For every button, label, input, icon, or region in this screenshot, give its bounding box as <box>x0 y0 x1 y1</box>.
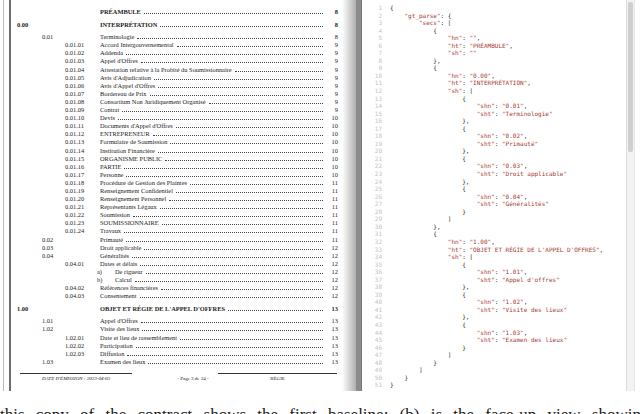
toc-dotted-leader <box>190 184 323 185</box>
line-number: 38 <box>368 283 390 291</box>
toc-row-title: Dates et délais <box>100 260 137 268</box>
toc-row-number: 1.03 <box>42 358 53 366</box>
code-content: "shn": "0.03", <box>390 162 527 170</box>
toc-row: 0.01.03Appel d'Offres9 <box>0 57 338 65</box>
toc-page-number: 11 <box>325 179 338 187</box>
code-line: 21 { <box>368 155 603 163</box>
toc-page-number: 12 <box>325 292 338 300</box>
line-number: 45 <box>368 336 390 344</box>
code-content: "shn": "1.03", <box>390 329 527 337</box>
code-line: 7 "sh": "" <box>368 49 603 57</box>
toc-page-number: 11 <box>325 227 338 235</box>
line-number: 30 <box>368 223 390 231</box>
toc-row: 0.01.23SOUMISSIONNAIRE11 <box>0 219 338 227</box>
toc-row-title: Renseignement Confidentiel <box>100 187 173 195</box>
toc-page-number: 11 <box>325 203 338 211</box>
line-number: 2 <box>368 12 390 20</box>
toc-row-number: 0.04.01 <box>65 260 84 268</box>
code-line: 26 "shn": "0.04", <box>368 193 603 201</box>
toc-dotted-leader <box>140 265 323 266</box>
line-number: 15 <box>368 110 390 118</box>
toc-page-number: 10 <box>325 114 338 122</box>
toc-row: 0.01.21Représentants Légaux11 <box>0 203 338 211</box>
toc-page-number: 11 <box>325 187 338 195</box>
toc-row-number: 0.01.24 <box>65 227 84 235</box>
code-content: }, <box>390 147 469 155</box>
code-content: { <box>390 155 466 163</box>
code-line: 10 "hn": "0.00", <box>368 72 603 80</box>
toc-row-title: Appel d'Offres <box>100 57 138 65</box>
line-number: 18 <box>368 132 390 140</box>
toc-row-number: 0.01.19 <box>65 187 84 195</box>
code-line: 41 "sht": "Visite des lieux" <box>368 306 603 314</box>
toc-dotted-leader <box>144 249 323 250</box>
toc-row: 0.03Droit applicable12 <box>0 244 338 252</box>
toc-page-number: 10 <box>325 155 338 163</box>
document-footer: DATE D'ÉMISSION : 2023-04-03 - Page 3 de… <box>0 373 362 387</box>
toc-row: 0.02Primauté11 <box>0 236 338 244</box>
line-number: 49 <box>368 366 390 374</box>
code-content: "sht": "Appel d'offres" <box>390 276 560 284</box>
code-line: 39 { <box>368 291 603 299</box>
toc-dotted-leader <box>144 13 323 14</box>
toc-row-title: Examen des lieux <box>100 358 145 366</box>
toc-page-number: 13 <box>325 325 338 333</box>
toc-row: 1.00OBJET ET RÉGIE DE L'APPEL D'OFFRES13 <box>0 305 338 313</box>
toc-row-number: 0.01.23 <box>65 219 84 227</box>
code-line: 3 "secs": [ <box>368 19 603 27</box>
toc-row-number: 0.04 <box>42 252 53 260</box>
json-code-panel[interactable]: 1{2 "gt_parse": {3 "secs": [4 {5 "hn": "… <box>362 0 640 392</box>
scrollbar-thumb[interactable] <box>628 2 633 152</box>
line-number: 35 <box>368 261 390 269</box>
toc-row-title: Diffusion <box>100 350 124 358</box>
toc-row-title: Avis d'Adjudication <box>100 74 151 82</box>
code-content: "sht": "Terminologie" <box>390 110 553 118</box>
toc-page-number: 12 <box>325 276 338 284</box>
code-line: 24 }, <box>368 178 603 186</box>
code-line: 20 }, <box>368 147 603 155</box>
scrollbar[interactable] <box>626 0 635 391</box>
code-line: 23 "sht": "Droit applicable" <box>368 170 603 178</box>
toc-dotted-leader <box>165 160 323 161</box>
line-number: 31 <box>368 230 390 238</box>
line-number: 44 <box>368 329 390 337</box>
toc-row: 0.04.02Références financières12 <box>0 284 338 292</box>
code-content: } <box>390 381 394 389</box>
toc-dotted-leader <box>176 192 323 193</box>
code-line: 19 "sht": "Primauté" <box>368 140 603 148</box>
code-line: 36 "shn": "1.01", <box>368 268 603 276</box>
toc-row: 0.01.10Devis10 <box>0 114 338 122</box>
toc-row: 0.01Terminologie8 <box>0 33 338 41</box>
code-content: { <box>390 230 437 238</box>
toc-row-title: Consortium Non Juridiquement Organisé <box>100 98 206 106</box>
toc-row: b)Calcul12 <box>0 276 338 284</box>
toc-row-number: 0.01 <box>42 33 53 41</box>
line-number: 24 <box>368 178 390 186</box>
code-content: } <box>390 208 466 216</box>
code-line: 16 }, <box>368 117 603 125</box>
toc-page-number: 13 <box>325 350 338 358</box>
line-number: 22 <box>368 162 390 170</box>
toc-row: 0.04.01Dates et délais12 <box>0 260 338 268</box>
line-number: 4 <box>368 27 390 35</box>
toc-row-title: Participation <box>100 342 133 350</box>
code-content: "shn": "0.02", <box>390 132 527 140</box>
code-content: }, <box>390 117 469 125</box>
toc-row-number: 0.01.17 <box>65 171 84 179</box>
toc-row-title: ORGANISME PUBLIC <box>100 155 162 163</box>
toc-row-title: Accord Intergouvernemental <box>100 41 174 49</box>
code-line: 44 "shn": "1.03", <box>368 329 603 337</box>
toc-dotted-leader <box>126 176 323 177</box>
code-content: "gt_parse": { <box>390 12 451 20</box>
code-line: 46 } <box>368 344 603 352</box>
toc-row-title: Primauté <box>100 236 123 244</box>
toc-page-number: 10 <box>325 163 338 171</box>
caption-text: this copy of the contract shows the firs… <box>0 405 640 414</box>
line-number: 37 <box>368 276 390 284</box>
line-number: 13 <box>368 95 390 103</box>
toc-row-number: 0.01.10 <box>65 114 84 122</box>
code-content: "secs": [ <box>390 19 451 27</box>
code-content: "hn": "1.00", <box>390 238 495 246</box>
code-content: "shn": "1.01", <box>390 268 527 276</box>
line-number: 6 <box>368 42 390 50</box>
